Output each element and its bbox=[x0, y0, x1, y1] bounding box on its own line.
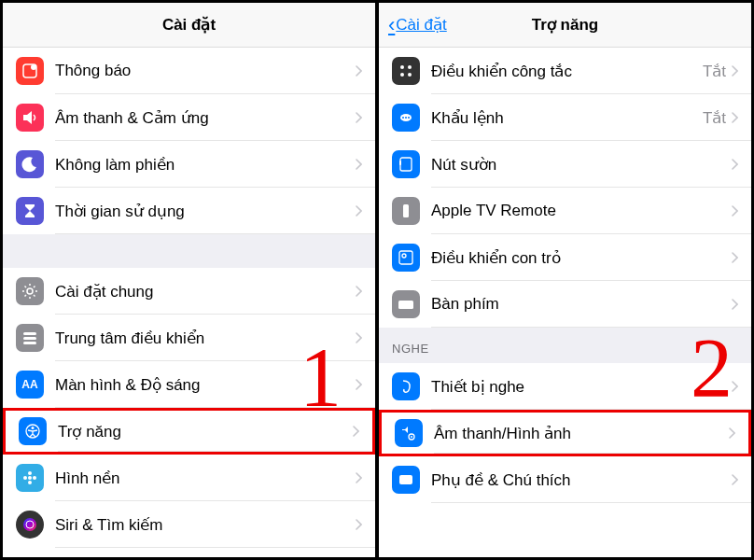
row-pointer[interactable]: Điều khiển con trỏ bbox=[379, 234, 751, 281]
chevron-right-icon bbox=[356, 286, 362, 297]
chevron-right-icon bbox=[732, 381, 738, 392]
settings-panel: Cài đặt Thông báoÂm thanh & Cảm ứngKhông… bbox=[3, 3, 379, 557]
chevron-right-icon bbox=[732, 299, 738, 310]
left-title: Cài đặt bbox=[162, 15, 216, 35]
row-apple-tv[interactable]: Apple TV Remote bbox=[379, 188, 751, 234]
row-label: Siri & Tìm kiếm bbox=[55, 515, 356, 535]
right-header: ‹ Cài đặt Trợ năng bbox=[379, 3, 751, 48]
chevron-right-icon bbox=[356, 379, 362, 390]
row-label: Điều khiển con trỏ bbox=[431, 248, 732, 268]
back-chevron-icon: ‹ bbox=[388, 13, 395, 37]
chevron-right-icon bbox=[732, 252, 738, 263]
row-label: Màn hình & Độ sáng bbox=[55, 375, 356, 395]
row-label: Apple TV Remote bbox=[431, 202, 732, 220]
keyboard-icon bbox=[392, 290, 420, 318]
av-icon bbox=[395, 419, 423, 447]
flower-icon bbox=[16, 464, 44, 492]
row-wallpaper[interactable]: Hình nền bbox=[3, 455, 375, 501]
right-content: Điều khiển công tắcTắtKhẩu lệnhTắtNút sư… bbox=[379, 48, 751, 557]
chevron-right-icon bbox=[732, 112, 738, 123]
row-sounds[interactable]: Âm thanh & Cảm ứng bbox=[3, 94, 375, 141]
right-title: Trợ năng bbox=[532, 15, 598, 35]
ear-icon bbox=[392, 372, 420, 400]
moon-icon bbox=[16, 150, 44, 178]
row-label: Âm thanh & Cảm ứng bbox=[55, 108, 356, 128]
aa-icon bbox=[16, 371, 44, 399]
row-label: Điều khiển công tắc bbox=[431, 62, 703, 81]
chevron-right-icon bbox=[732, 474, 738, 485]
row-label: Cài đặt chung bbox=[55, 282, 356, 301]
row-keyboard[interactable]: Bàn phím bbox=[379, 281, 751, 328]
sliders-icon bbox=[16, 324, 44, 352]
chevron-right-icon bbox=[356, 472, 362, 483]
row-value: Tắt bbox=[703, 62, 726, 81]
row-label: Khẩu lệnh bbox=[431, 108, 703, 128]
row-label: Thông báo bbox=[55, 62, 356, 80]
row-label: Thiết bị nghe bbox=[431, 377, 732, 397]
row-accessibility[interactable]: Trợ năng bbox=[3, 408, 375, 455]
chevron-right-icon bbox=[732, 159, 738, 170]
row-label: Không làm phiền bbox=[55, 155, 356, 175]
row-subtitles[interactable]: Phụ đề & Chú thích bbox=[379, 456, 751, 503]
chevron-right-icon bbox=[356, 159, 362, 170]
chevron-right-icon bbox=[732, 205, 738, 217]
row-label: Trung tâm điều khiển bbox=[55, 329, 356, 348]
chevron-right-icon bbox=[356, 112, 362, 123]
row-screentime[interactable]: Thời gian sử dụng bbox=[3, 188, 375, 234]
row-label: Hình nền bbox=[55, 469, 356, 488]
row-label: Thời gian sử dụng bbox=[55, 202, 356, 221]
notifications-icon bbox=[16, 57, 44, 85]
left-header: Cài đặt bbox=[3, 3, 375, 48]
row-value: Tắt bbox=[703, 108, 726, 128]
accessibility-icon bbox=[19, 417, 47, 445]
chevron-right-icon bbox=[729, 427, 735, 439]
hourglass-icon bbox=[16, 197, 44, 225]
siri-icon bbox=[16, 511, 44, 539]
back-button[interactable]: ‹ Cài đặt bbox=[388, 13, 447, 37]
grid-icon bbox=[392, 57, 420, 85]
row-dnd[interactable]: Không làm phiền bbox=[3, 141, 375, 188]
chevron-right-icon bbox=[356, 205, 362, 217]
row-notifications[interactable]: Thông báo bbox=[3, 48, 375, 94]
row-audio-visual[interactable]: Âm thanh/Hình ảnh bbox=[379, 410, 751, 456]
row-control-center[interactable]: Trung tâm điều khiển bbox=[3, 315, 375, 361]
chevron-right-icon bbox=[732, 65, 738, 77]
row-siri[interactable]: Siri & Tìm kiếm bbox=[3, 501, 375, 548]
pointer-icon bbox=[392, 244, 420, 272]
speaker-icon bbox=[16, 104, 44, 132]
row-label: Nút sườn bbox=[431, 155, 732, 175]
cc-icon bbox=[392, 466, 420, 494]
section-header: NGHE bbox=[379, 328, 751, 363]
chevron-right-icon bbox=[356, 519, 362, 530]
left-content: Thông báoÂm thanh & Cảm ứngKhông làm phi… bbox=[3, 48, 375, 557]
row-general[interactable]: Cài đặt chung bbox=[3, 268, 375, 315]
gear-icon bbox=[16, 277, 44, 305]
row-side-button[interactable]: Nút sườn bbox=[379, 141, 751, 188]
back-label: Cài đặt bbox=[396, 15, 446, 35]
chevron-right-icon bbox=[356, 332, 362, 343]
button-icon bbox=[392, 150, 420, 178]
row-label: Bàn phím bbox=[431, 295, 732, 314]
row-label: Phụ đề & Chú thích bbox=[431, 470, 732, 490]
remote-icon bbox=[392, 197, 420, 225]
row-label: Trợ năng bbox=[58, 422, 353, 441]
row-label: Âm thanh/Hình ảnh bbox=[434, 424, 729, 443]
row-hearing[interactable]: Thiết bị nghe bbox=[379, 363, 751, 410]
row-switch-control[interactable]: Điều khiển công tắcTắt bbox=[379, 48, 751, 94]
accessibility-panel: ‹ Cài đặt Trợ năng Điều khiển công tắcTắ… bbox=[379, 3, 751, 557]
row-voice-control[interactable]: Khẩu lệnhTắt bbox=[379, 94, 751, 141]
section-gap bbox=[3, 234, 375, 268]
row-display[interactable]: Màn hình & Độ sáng bbox=[3, 361, 375, 408]
chevron-right-icon bbox=[353, 426, 359, 437]
voice-icon bbox=[392, 104, 420, 132]
chevron-right-icon bbox=[356, 65, 362, 77]
